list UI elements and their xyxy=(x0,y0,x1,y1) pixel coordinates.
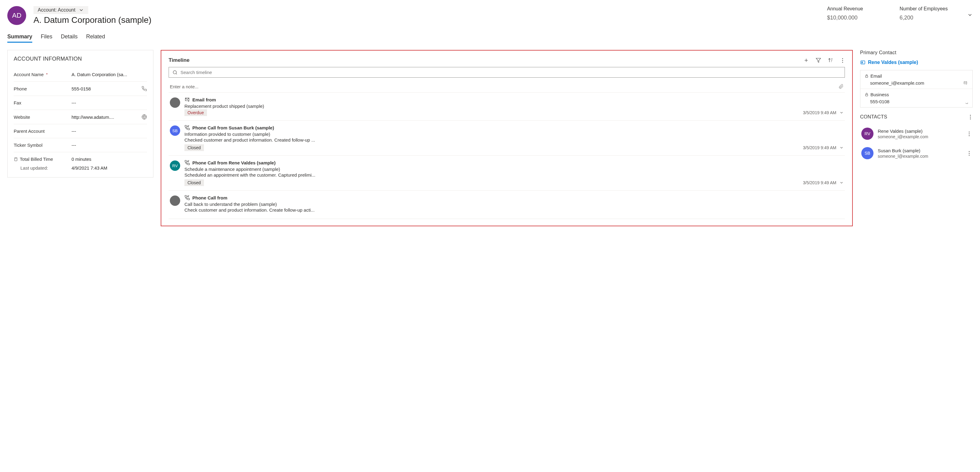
field-value: 0 minutes xyxy=(72,156,147,162)
contact-name: Susan Burk (sample) xyxy=(878,148,963,153)
timeline-highlight: Timeline Enter a note... Email from xyxy=(161,50,853,226)
field-label: Parent Account xyxy=(14,129,45,134)
field-value: 555-0158 xyxy=(72,86,139,91)
primary-contact-card: Email someone_i@example.com Business 555… xyxy=(860,70,973,107)
timeline-subject: Replacement product shipped (sample) xyxy=(185,104,844,109)
field-ticker[interactable]: Ticker Symbol --- xyxy=(14,138,147,152)
contacts-more-icon[interactable] xyxy=(968,115,973,120)
tab-summary[interactable]: Summary xyxy=(7,33,32,43)
lock-icon xyxy=(865,92,869,97)
primary-contact-name: Rene Valdes (sample) xyxy=(868,60,918,65)
phone-call-icon xyxy=(185,195,190,200)
expand-header-icon[interactable] xyxy=(967,12,973,18)
svg-rect-18 xyxy=(865,76,868,77)
svg-point-14 xyxy=(173,71,177,74)
timeline-title: Timeline xyxy=(169,57,803,63)
timeline-item-title: Phone Call from xyxy=(192,195,228,200)
field-website[interactable]: Website http://www.adatum.... xyxy=(14,110,147,124)
timeline-search[interactable] xyxy=(169,67,845,78)
email-icon xyxy=(185,97,190,102)
chevron-down-icon[interactable] xyxy=(839,110,844,115)
field-label: Last updated: xyxy=(14,165,72,171)
timeline-description: Scheduled an appointment with the custom… xyxy=(185,172,844,177)
form-type-label: Account: Account xyxy=(38,7,75,13)
svg-marker-9 xyxy=(816,58,821,62)
header-metrics: Annual Revenue $10,000.000 Number of Emp… xyxy=(827,6,960,21)
field-account-name[interactable]: Account Name * A. Datum Corporation (sa.… xyxy=(14,68,147,81)
svg-rect-19 xyxy=(865,94,868,96)
contact-avatar: RV xyxy=(861,128,873,140)
note-placeholder: Enter a note... xyxy=(170,84,839,89)
more-icon[interactable] xyxy=(840,58,845,63)
phone-icon[interactable] xyxy=(963,99,968,104)
timeline-avatar xyxy=(170,196,180,206)
svg-point-17 xyxy=(862,62,862,63)
field-label: Total Billed Time xyxy=(20,156,53,162)
timeline-note-input[interactable]: Enter a note... xyxy=(169,81,845,92)
field-label: Email xyxy=(870,73,882,78)
field-phone[interactable]: Phone 555-0158 xyxy=(14,81,147,96)
tab-related[interactable]: Related xyxy=(86,33,105,43)
contact-more-icon[interactable] xyxy=(967,132,972,136)
timeline-subject: Schedule a maintenance appointment (samp… xyxy=(185,167,844,172)
chevron-down-icon[interactable] xyxy=(839,180,844,185)
attachment-icon[interactable] xyxy=(839,84,844,89)
timeline-timestamp: 3/5/2019 9:49 AM xyxy=(803,180,844,185)
tab-details[interactable]: Details xyxy=(61,33,78,43)
timeline-timestamp: 3/5/2019 9:49 AM xyxy=(803,110,844,115)
field-value: --- xyxy=(72,100,147,105)
contact-item[interactable]: RV Rene Valdes (sample) someone_i@exampl… xyxy=(860,124,973,144)
timeline-item-title: Email from xyxy=(192,97,216,102)
timeline-item-title: Phone Call from Susan Burk (sample) xyxy=(192,125,274,130)
contact-card-icon xyxy=(860,60,865,65)
field-value: --- xyxy=(72,142,147,148)
chevron-down-icon[interactable] xyxy=(839,145,844,150)
metric-employees: Number of Employees 6,200 xyxy=(900,6,948,21)
timeline-item[interactable]: SB Phone Call from Susan Burk (sample) I… xyxy=(169,121,845,156)
contact-item[interactable]: SB Susan Burk (sample) someone_l@example… xyxy=(860,144,973,163)
primary-contact-link[interactable]: Rene Valdes (sample) xyxy=(860,60,973,65)
timeline-status-badge: Overdue xyxy=(185,109,207,116)
svg-line-15 xyxy=(176,73,177,74)
metric-value: $10,000.000 xyxy=(827,14,863,21)
timeline-status-badge: Closed xyxy=(185,179,204,186)
contact-more-icon[interactable] xyxy=(967,151,972,156)
account-avatar: AD xyxy=(7,6,26,25)
timeline-item[interactable]: Phone Call from Call back to understand … xyxy=(169,191,845,219)
globe-icon[interactable] xyxy=(142,114,147,120)
email-icon[interactable] xyxy=(963,81,968,85)
timeline-avatar: RV xyxy=(170,161,180,171)
timeline-item[interactable]: RV Phone Call from Rene Valdes (sample) … xyxy=(169,156,845,191)
field-value: someone_i@example.com xyxy=(870,80,963,86)
section-title: Primary Contact xyxy=(860,50,973,56)
field-label: Website xyxy=(14,115,30,120)
account-title: A. Datum Corporation (sample) xyxy=(33,15,819,25)
primary-contact-section: Primary Contact Rene Valdes (sample) Ema… xyxy=(860,50,973,107)
timeline-subject: Call back to understand the problem (sam… xyxy=(185,202,844,207)
filter-icon[interactable] xyxy=(816,57,821,63)
svg-rect-2 xyxy=(14,158,17,161)
timeline-avatar xyxy=(170,97,180,108)
field-fax[interactable]: Fax --- xyxy=(14,96,147,110)
form-type-selector[interactable]: Account: Account xyxy=(33,6,88,14)
timeline-status-badge: Closed xyxy=(185,144,204,151)
add-icon[interactable] xyxy=(803,57,809,63)
phone-call-icon xyxy=(185,160,190,165)
sort-icon[interactable] xyxy=(828,57,833,63)
pc-field-email[interactable]: Email someone_i@example.com xyxy=(861,70,972,89)
tab-files[interactable]: Files xyxy=(41,33,52,43)
field-value: 4/9/2021 7:43 AM xyxy=(72,165,147,171)
pc-field-business[interactable]: Business 555-0108 xyxy=(861,89,972,107)
section-title: ACCOUNT INFORMATION xyxy=(14,56,147,62)
search-input[interactable] xyxy=(180,70,841,75)
timeline-item[interactable]: Email from Replacement product shipped (… xyxy=(169,92,845,121)
last-updated: Last updated: 4/9/2021 7:43 AM xyxy=(14,163,147,172)
field-parent-account[interactable]: Parent Account --- xyxy=(14,124,147,138)
title-block: Account: Account A. Datum Corporation (s… xyxy=(33,6,819,25)
total-billed-time: Total Billed Time 0 minutes xyxy=(14,152,147,163)
field-label: Ticker Symbol xyxy=(14,142,42,148)
timeline-subject: Information provided to customer (sample… xyxy=(185,132,844,137)
phone-icon[interactable] xyxy=(142,86,147,91)
timeline-description: Checked customer and product information… xyxy=(185,137,844,142)
metric-annual-revenue: Annual Revenue $10,000.000 xyxy=(827,6,863,21)
